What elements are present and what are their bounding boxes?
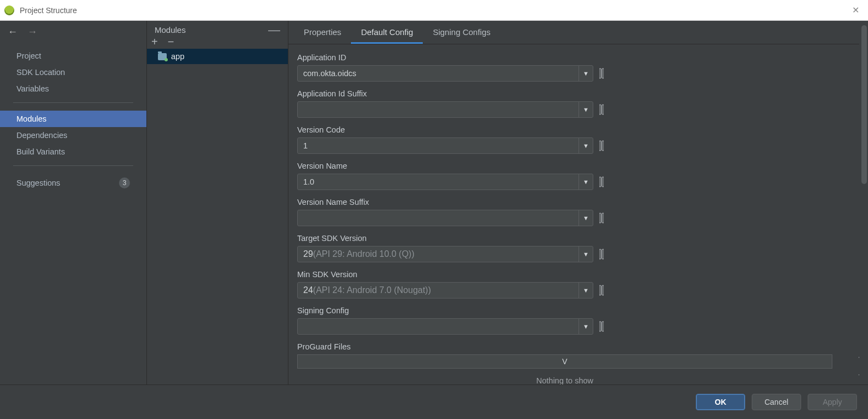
sidebar-item-suggestions[interactable]: Suggestions 3 (0, 174, 146, 192)
dialog-footer: OK Cancel Apply (0, 384, 868, 419)
ok-button[interactable]: OK (696, 394, 745, 410)
label-target-sdk: Target SDK Version (297, 234, 859, 243)
sidebar-item-label: Dependencies (16, 131, 67, 140)
minimize-icon[interactable]: — (268, 27, 280, 33)
scroll-thumb[interactable] (861, 25, 867, 184)
window-title: Project Structure (20, 6, 847, 15)
reset-handle-icon[interactable] (599, 319, 604, 334)
svg-rect-1 (602, 68, 604, 78)
module-item-app[interactable]: app (147, 49, 288, 64)
svg-rect-0 (599, 68, 601, 78)
folder-icon (158, 53, 167, 60)
module-item-label: app (171, 52, 184, 61)
application-id-suffix-field[interactable]: ▼ (297, 101, 593, 118)
modules-header-label: Modules (155, 25, 186, 35)
target-sdk-detail: (API 29: Android 10.0 (Q)) (313, 249, 415, 259)
signing-config-field[interactable]: ▼ (297, 318, 593, 335)
label-version-code: Version Code (297, 125, 859, 134)
min-sdk-field[interactable]: 24 (API 24: Android 7.0 (Nougat)) ▼ (297, 282, 593, 299)
tab-properties[interactable]: Properties (294, 21, 351, 44)
svg-rect-7 (602, 177, 604, 187)
application-id-suffix-input[interactable] (298, 102, 578, 117)
label-application-id: Application ID (297, 53, 859, 62)
svg-rect-15 (602, 322, 604, 331)
proguard-empty-text: Nothing to show (297, 369, 832, 384)
application-id-field[interactable]: ▼ (297, 65, 593, 82)
add-module-icon[interactable]: + (151, 38, 158, 45)
remove-module-icon[interactable]: − (168, 38, 174, 45)
reset-handle-icon[interactable] (599, 139, 604, 153)
svg-rect-10 (599, 249, 601, 259)
cancel-button[interactable]: Cancel (752, 394, 801, 410)
scrollbar[interactable] (859, 21, 868, 384)
svg-rect-9 (602, 213, 604, 223)
min-sdk-detail: (API 24: Android 7.0 (Nougat)) (313, 285, 431, 295)
nav-back-icon[interactable]: ← (8, 26, 18, 38)
version-code-field[interactable]: ▼ (297, 137, 593, 154)
svg-rect-2 (599, 105, 601, 114)
tabs: Properties Default Config Signing Config… (288, 21, 868, 44)
sidebar-item-dependencies[interactable]: Dependencies (0, 127, 146, 144)
proguard-column-label: V (562, 357, 567, 366)
svg-rect-4 (599, 141, 601, 151)
reset-handle-icon[interactable] (599, 66, 604, 81)
sidebar-item-label: Modules (16, 114, 47, 123)
dropdown-icon[interactable]: ▼ (578, 283, 593, 298)
dropdown-icon[interactable]: ▼ (578, 138, 593, 153)
sidebar-item-project[interactable]: Project (0, 48, 146, 64)
proguard-table-header[interactable]: V (297, 354, 832, 369)
svg-rect-14 (599, 322, 601, 331)
reset-handle-icon[interactable] (599, 102, 604, 117)
version-name-input[interactable] (298, 174, 578, 190)
nav-forward-icon: → (27, 26, 37, 38)
label-version-name-suffix: Version Name Suffix (297, 198, 859, 206)
reset-handle-icon[interactable] (599, 211, 604, 225)
sidebar-separator (13, 165, 133, 166)
svg-rect-6 (599, 177, 601, 187)
reset-handle-icon[interactable] (599, 283, 604, 297)
svg-rect-13 (602, 285, 604, 295)
version-name-suffix-field[interactable]: ▼ (297, 210, 593, 226)
dropdown-icon[interactable]: ▼ (578, 66, 593, 81)
close-icon[interactable]: ✕ (847, 5, 864, 15)
version-name-suffix-input[interactable] (298, 210, 578, 226)
dropdown-icon[interactable]: ▼ (578, 319, 593, 334)
tab-signing-configs[interactable]: Signing Configs (423, 21, 500, 44)
version-code-input[interactable] (298, 138, 578, 153)
version-name-field[interactable]: ▼ (297, 174, 593, 190)
signing-config-input[interactable] (298, 319, 578, 334)
sidebar-item-modules[interactable]: Modules (0, 111, 146, 127)
default-config-form: Application ID ▼ Application Id Suffix ▼… (288, 44, 868, 384)
tab-default-config[interactable]: Default Config (351, 21, 423, 44)
svg-rect-8 (599, 213, 601, 223)
main-panel: Properties Default Config Signing Config… (288, 21, 868, 384)
label-signing-config: Signing Config (297, 306, 859, 315)
sidebar-item-variables[interactable]: Variables (0, 81, 146, 97)
sidebar-item-label: Build Variants (16, 147, 65, 156)
svg-rect-12 (599, 285, 601, 295)
application-id-input[interactable] (298, 66, 578, 81)
tab-label: Default Config (361, 27, 413, 37)
sidebar-item-label: Suggestions (16, 179, 60, 187)
sidebar-item-sdk-location[interactable]: SDK Location (0, 64, 146, 81)
sidebar-item-build-variants[interactable]: Build Variants (0, 144, 146, 160)
dropdown-icon[interactable]: ▼ (578, 102, 593, 117)
dropdown-icon[interactable]: ▼ (578, 174, 593, 190)
label-version-name: Version Name (297, 162, 859, 170)
label-proguard-files: ProGuard Files (297, 342, 859, 351)
android-studio-icon (4, 5, 14, 15)
dropdown-icon[interactable]: ▼ (578, 210, 593, 226)
dropdown-icon[interactable]: ▼ (578, 246, 593, 262)
tab-label: Properties (304, 27, 341, 37)
sidebar-item-label: Variables (16, 84, 49, 93)
suggestions-badge: 3 (119, 177, 130, 188)
sidebar: ← → Project SDK Location Variables Modul… (0, 21, 147, 384)
target-sdk-field[interactable]: 29 (API 29: Android 10.0 (Q)) ▼ (297, 246, 593, 262)
modules-panel: Modules — + − app (147, 21, 288, 384)
reset-handle-icon[interactable] (599, 175, 604, 189)
title-bar: Project Structure ✕ (0, 0, 868, 21)
tab-label: Signing Configs (433, 27, 490, 37)
svg-rect-3 (602, 105, 604, 114)
reset-handle-icon[interactable] (599, 247, 604, 261)
label-application-id-suffix: Application Id Suffix (297, 89, 859, 98)
